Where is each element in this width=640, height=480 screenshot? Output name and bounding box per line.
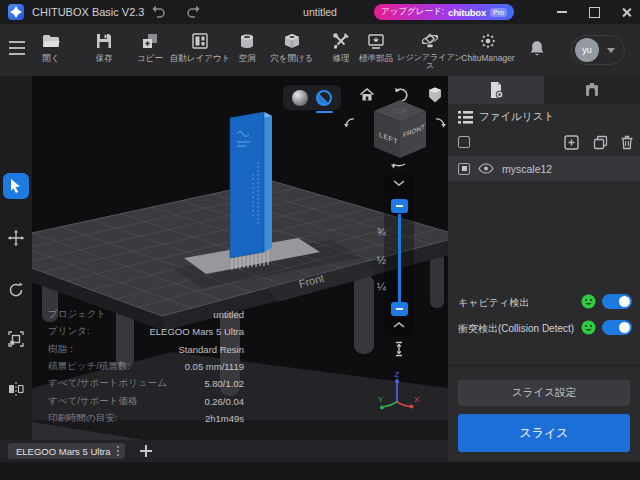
tool-rail — [0, 76, 32, 440]
slice-button[interactable]: スライス — [458, 414, 630, 452]
scale-tool-button[interactable] — [3, 326, 29, 352]
viewport-3d[interactable]: Front — [32, 76, 448, 440]
file-list-item[interactable]: myscale12 — [448, 156, 640, 181]
mirror-icon — [7, 380, 25, 398]
slider-mark-3-4: ¾ — [364, 226, 386, 238]
close-button[interactable] — [612, 0, 640, 24]
model-myscale12 — [230, 112, 272, 258]
dig-hole-icon — [282, 31, 302, 51]
clip-slider-range[interactable] — [398, 214, 401, 302]
resin-alliance-icon — [420, 31, 440, 51]
document-title: untitled — [290, 6, 350, 18]
info-row-resin: 樹脂：Standard Resin — [48, 341, 244, 358]
upgrade-brand: chitubox — [448, 7, 486, 18]
collision-status-smiley-icon — [581, 320, 596, 335]
axis-y-label: Y — [378, 395, 384, 404]
plate-tab-bar: ELEGOO Mars 5 Ultra — [0, 440, 448, 462]
visibility-eye-icon[interactable] — [478, 163, 494, 174]
move-icon — [7, 229, 25, 247]
chevron-down-icon — [607, 48, 615, 53]
save-button[interactable]: 保存 — [81, 24, 127, 76]
file-list-header: ファイルリスト — [458, 110, 554, 124]
printer-icon — [582, 80, 602, 100]
save-floppy-icon — [94, 31, 114, 51]
axis-gizmo: Z Y X — [375, 372, 421, 418]
chitumanager-button[interactable]: ChituManager — [452, 24, 524, 76]
cavity-detect-label: キャビティ検出 — [458, 296, 529, 310]
rotate-left-icon[interactable] — [342, 116, 358, 132]
collision-detect-toggle[interactable] — [602, 320, 632, 335]
file-actions-row — [448, 132, 640, 154]
upgrade-button[interactable]: アップグレード: chitubox Pro — [374, 4, 514, 20]
menu-icon[interactable] — [9, 41, 25, 55]
delete-trash-icon[interactable] — [620, 135, 634, 150]
slider-mark-1-2: ½ — [364, 254, 386, 266]
render-mode-switch — [283, 85, 341, 110]
scale-icon — [7, 330, 25, 348]
file-list-title: ファイルリスト — [479, 110, 554, 124]
printer-name: ELEGOO Mars 5 Ultra — [16, 446, 111, 457]
open-button[interactable]: 開く — [28, 24, 74, 76]
file-name: myscale12 — [502, 163, 552, 175]
info-row-time: 印刷時間の目安:2h1m49s — [48, 410, 244, 427]
rotate-tool-button[interactable] — [3, 277, 29, 303]
clip-range-icon[interactable] — [390, 340, 408, 358]
app-title: CHITUBOX Basic V2.3 — [32, 6, 144, 18]
add-file-icon[interactable] — [564, 135, 579, 150]
chitubox-logo-icon — [8, 4, 24, 20]
rotate-right-icon[interactable] — [432, 116, 448, 132]
undo-icon[interactable] — [148, 4, 166, 20]
cavity-detect-row: キャビティ検出 — [448, 294, 640, 310]
render-mode-xray-icon[interactable] — [316, 90, 332, 106]
collision-detect-row: 衝突検出(Collision Detect) — [448, 320, 640, 336]
title-bar: CHITUBOX Basic V2.3 untitled アップグレード: ch… — [0, 0, 640, 24]
repair-tools-icon — [331, 31, 351, 51]
move-tool-button[interactable] — [3, 225, 29, 251]
file-settings-icon — [486, 80, 506, 100]
printer-plate-tab[interactable]: ELEGOO Mars 5 Ultra — [8, 443, 125, 459]
chitumanager-gear-icon — [478, 31, 498, 51]
axis-x-label: X — [414, 395, 420, 404]
slice-settings-button[interactable]: スライス設定 — [458, 380, 630, 406]
tab-file-list[interactable] — [448, 76, 544, 104]
standard-parts-button[interactable]: 標準部品 — [349, 24, 403, 76]
tab-printer[interactable] — [544, 76, 640, 104]
auto-layout-button[interactable]: 自動レイアウト — [168, 24, 232, 76]
copy-icon — [140, 31, 160, 51]
avatar: yu — [575, 38, 599, 62]
panel-divider — [448, 365, 640, 366]
rotate-icon — [7, 281, 25, 299]
active-mode-underline — [316, 111, 333, 113]
project-info-panel: プロジェクトuntitled プリンタ:ELEGOO Mars 5 Ultra … — [48, 306, 244, 427]
cavity-status-smiley-icon — [581, 294, 596, 309]
view-cube[interactable]: TOP LEFT FRONT — [372, 98, 428, 162]
account-menu[interactable]: yu — [571, 35, 625, 65]
perspective-cube-icon[interactable] — [426, 86, 444, 104]
slider-mark-1-4: ¼ — [364, 281, 386, 293]
axis-z-label: Z — [395, 372, 400, 379]
add-plate-icon[interactable] — [138, 443, 154, 459]
notification-bell-icon[interactable] — [527, 38, 547, 60]
dig-hole-button[interactable]: 穴を開ける — [262, 24, 322, 76]
info-row-price: すべて/サポート価格0.26/0.04 — [48, 392, 244, 409]
cavity-detect-toggle[interactable] — [602, 294, 632, 309]
clip-slider-upper-handle[interactable] — [391, 199, 408, 213]
view-cube-top-label: TOP — [393, 108, 408, 115]
collision-detect-label: 衝突検出(Collision Detect) — [458, 322, 574, 336]
copy-button[interactable]: コピー — [127, 24, 173, 76]
standard-parts-icon — [366, 31, 386, 51]
maximize-button[interactable] — [580, 0, 608, 24]
file-checkbox[interactable] — [458, 163, 470, 175]
clip-slider-lower-handle[interactable] — [391, 302, 408, 316]
select-all-checkbox[interactable] — [458, 136, 470, 148]
info-row-volume: すべて/サポートボリューム5.80/1.02 — [48, 375, 244, 392]
duplicate-icon[interactable] — [593, 135, 608, 150]
select-tool-button[interactable] — [3, 173, 29, 199]
mirror-tool-button[interactable] — [3, 376, 29, 402]
render-mode-solid-icon[interactable] — [292, 90, 308, 106]
slider-step-up-icon[interactable] — [391, 320, 407, 330]
minimize-button[interactable] — [548, 0, 576, 24]
redo-icon[interactable] — [186, 4, 204, 20]
kebab-menu-icon[interactable] — [117, 446, 119, 456]
slider-step-down-icon[interactable] — [391, 178, 407, 188]
